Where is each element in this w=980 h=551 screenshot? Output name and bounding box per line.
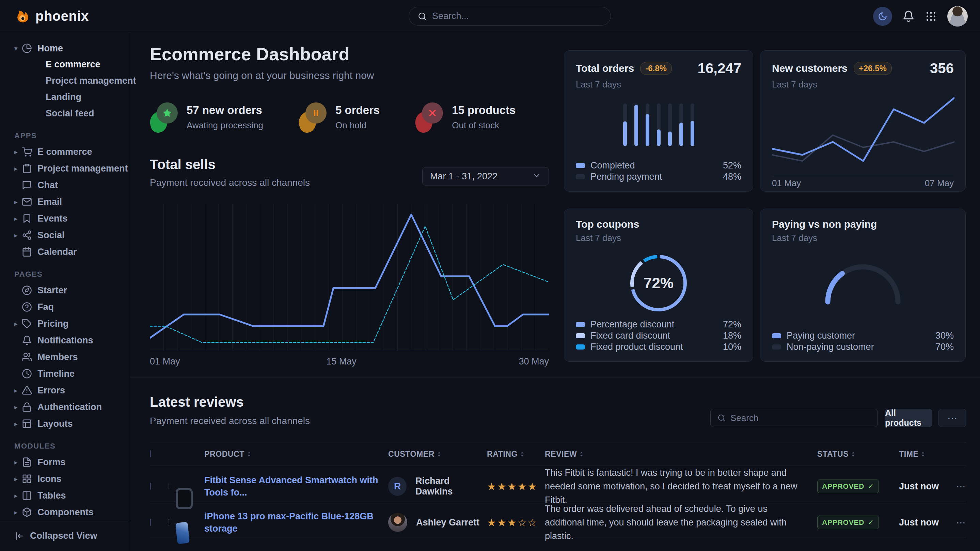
date-range-select[interactable]: Mar 1 - 31, 2022 xyxy=(422,167,549,186)
trend-badge: +26.5% xyxy=(854,62,892,75)
legend-key xyxy=(576,174,585,179)
customer-avatar xyxy=(388,513,407,532)
sidebar-item-project-management[interactable]: Project management xyxy=(0,73,130,89)
box-icon xyxy=(22,507,32,517)
sidebar-item-pricing[interactable]: ▸Pricing xyxy=(0,316,130,332)
reviews-more-button[interactable]: ⋯ xyxy=(939,409,966,427)
legend-row: Completed52% xyxy=(576,160,741,171)
sidebar-item-members[interactable]: Members xyxy=(0,349,130,365)
sidebar-item-layouts[interactable]: ▸Layouts xyxy=(0,416,130,432)
sidebar-item-label: E commerce xyxy=(37,147,92,157)
bookmark-icon xyxy=(22,213,32,224)
sidebar-item-authentication[interactable]: ▸Authentication xyxy=(0,399,130,416)
sidebar-item-email[interactable]: ▸Email xyxy=(0,194,130,210)
sidebar-item-notifications[interactable]: Notifications xyxy=(0,332,130,349)
notifications-bell-icon[interactable] xyxy=(902,10,915,22)
legend-label: Percentage discount xyxy=(590,319,674,330)
sidebar-item-icons[interactable]: ▸Icons xyxy=(0,471,130,487)
rating-stars: ★★★★★ xyxy=(487,481,545,492)
sidebar-item-label: Project management xyxy=(37,164,128,174)
column-header-review[interactable]: REVIEW xyxy=(545,449,817,459)
sidebar-item-timeline[interactable]: Timeline xyxy=(0,365,130,382)
stat-item: 5 ordersOn hold xyxy=(299,101,380,132)
share-icon xyxy=(22,230,32,240)
chevron-right-icon: ▸ xyxy=(14,459,22,466)
sidebar-item-calendar[interactable]: Calendar xyxy=(0,244,130,260)
product-link[interactable]: Fitbit Sense Advanced Smartwatch with To… xyxy=(204,474,388,499)
sidebar: ▾ Home E commerceProject managementLandi… xyxy=(0,32,130,551)
x-tick: 15 May xyxy=(326,356,356,367)
select-all-checkbox[interactable] xyxy=(150,450,151,457)
orders-bar-chart xyxy=(623,103,694,146)
top-coupons-card: Top coupons Last 7 days 72% Percentage d… xyxy=(564,209,753,362)
total-sells-chart xyxy=(150,204,549,351)
paying-card: Paying vs non paying Last 7 days Paying … xyxy=(760,209,966,362)
sidebar-item-social-feed[interactable]: Social feed xyxy=(0,105,130,122)
sidebar-item-landing[interactable]: Landing xyxy=(0,89,130,105)
logo[interactable]: phoenix xyxy=(15,8,89,24)
apps-grid-icon[interactable] xyxy=(925,10,937,22)
lock-icon xyxy=(22,402,32,412)
review-time: Just now xyxy=(899,481,950,492)
sidebar-home-label: Home xyxy=(37,43,63,54)
sort-icon xyxy=(851,452,855,457)
global-search[interactable] xyxy=(409,7,611,25)
legend-key xyxy=(772,333,781,338)
sort-icon xyxy=(247,452,251,457)
search-icon xyxy=(418,12,427,21)
column-header-customer[interactable]: CUSTOMER xyxy=(388,449,487,459)
chevron-down-icon xyxy=(532,171,541,180)
sidebar-section-label: PAGES xyxy=(14,270,130,279)
legend-key xyxy=(576,163,585,168)
sidebar-item-e-commerce[interactable]: E commerce xyxy=(0,57,130,73)
sidebar-home-children: E commerceProject managementLandingSocia… xyxy=(0,57,130,122)
sidebar-item-label: Calendar xyxy=(37,247,77,257)
card-period: Last 7 days xyxy=(772,233,954,243)
column-header-time[interactable]: TIME xyxy=(899,449,950,459)
sidebar-item-label: Social xyxy=(37,230,65,241)
stat-value: 15 products xyxy=(452,104,515,117)
sidebar-item-e-commerce[interactable]: ▸E commerce xyxy=(0,144,130,160)
collapse-view-button[interactable]: Collapsed View xyxy=(0,521,130,551)
new-customers-value: 356 xyxy=(930,60,954,76)
column-header-rating[interactable]: RATING xyxy=(487,449,545,459)
theme-toggle-button[interactable] xyxy=(873,7,892,26)
reviews-search[interactable] xyxy=(710,409,878,427)
sidebar-item-faq[interactable]: Faq xyxy=(0,299,130,316)
row-more-button[interactable]: ⋯ xyxy=(950,481,966,492)
sidebar-item-tables[interactable]: ▸Tables xyxy=(0,487,130,504)
product-thumbnail[interactable] xyxy=(169,519,169,526)
total-sells-title: Total sells xyxy=(150,157,216,172)
sidebar-item-home[interactable]: ▾ Home xyxy=(0,41,130,57)
sidebar-item-chat[interactable]: Chat xyxy=(0,177,130,194)
sidebar-item-forms[interactable]: ▸Forms xyxy=(0,454,130,471)
sidebar-item-events[interactable]: ▸Events xyxy=(0,210,130,227)
sidebar-item-components[interactable]: ▸Components xyxy=(0,504,130,521)
global-search-input[interactable] xyxy=(432,11,602,21)
sort-icon xyxy=(520,452,524,457)
sidebar-item-starter[interactable]: Starter xyxy=(0,282,130,299)
row-more-button[interactable]: ⋯ xyxy=(950,517,966,528)
product-thumbnail[interactable] xyxy=(169,483,169,489)
sidebar-section-label: APPS xyxy=(14,131,130,140)
new-customers-card: New customers +26.5% 356 Last 7 days 01 … xyxy=(760,50,966,192)
column-header-product[interactable]: PRODUCT xyxy=(204,449,388,459)
page-title: Ecommerce Dashboard xyxy=(150,44,350,64)
chevron-right-icon: ▸ xyxy=(14,420,22,428)
customers-line-chart xyxy=(772,94,955,162)
sidebar-item-project-management[interactable]: ▸Project management xyxy=(0,160,130,177)
search-icon xyxy=(418,12,427,21)
x-tick: 07 May xyxy=(925,178,954,189)
sidebar-item-errors[interactable]: ▸Errors xyxy=(0,382,130,399)
row-checkbox[interactable] xyxy=(150,483,151,490)
row-checkbox[interactable] xyxy=(150,519,151,526)
compass-icon xyxy=(22,285,32,295)
reviews-search-input[interactable] xyxy=(730,413,871,423)
all-products-button[interactable]: All products xyxy=(885,409,932,427)
customers-axis-line xyxy=(772,176,954,176)
product-link[interactable]: iPhone 13 pro max-Pacific Blue-128GB sto… xyxy=(204,510,388,535)
user-avatar[interactable] xyxy=(947,6,968,27)
sidebar-item-social[interactable]: ▸Social xyxy=(0,227,130,244)
column-header-status[interactable]: STATUS xyxy=(817,449,899,459)
help-icon xyxy=(22,302,32,312)
